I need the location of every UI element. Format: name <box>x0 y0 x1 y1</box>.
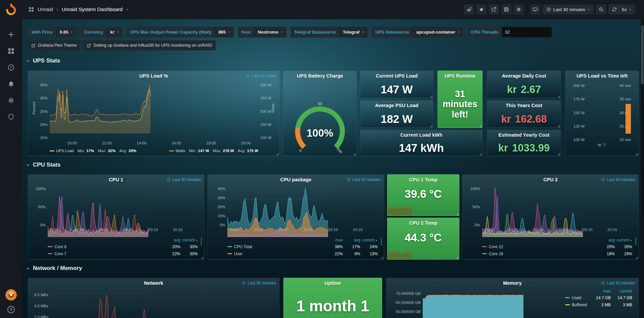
legend-sort-avg[interactable]: avg <box>163 238 180 242</box>
dashboard-link[interactable]: Setting up Grafana and InfluxDB for UPS … <box>83 40 216 50</box>
help-button[interactable]: ? <box>7 306 15 313</box>
variable-value-dropdown[interactable]: apcupsd-container▼ <box>413 27 463 37</box>
save-dashboard-button[interactable] <box>501 4 511 14</box>
section-ups-stats[interactable]: UPS Stats <box>26 57 60 64</box>
legend-sort-max[interactable]: max <box>589 289 611 293</box>
axis-tick: 30% <box>40 96 48 100</box>
chevron-down-icon <box>26 266 31 271</box>
variable-value-dropdown[interactable]: kr▼ <box>106 27 122 37</box>
panel-title[interactable]: Uptime <box>284 278 382 288</box>
axis-tick: 16:00 <box>172 141 181 146</box>
gear-icon <box>516 7 521 12</box>
panel-title[interactable]: UPS Load % <box>28 71 279 81</box>
panel-title[interactable]: UPS Battery Charge <box>284 71 356 81</box>
series-toggle[interactable]: Core 7 <box>48 252 163 256</box>
dashboard-link[interactable]: Grafana Plex Theme <box>28 40 80 50</box>
series-toggle[interactable]: Core 16 <box>482 252 597 256</box>
scrollbar-thumb[interactable] <box>641 25 644 84</box>
series-toggle[interactable]: User <box>227 252 325 256</box>
legend-value: 35% <box>615 244 632 249</box>
refresh-icon <box>612 7 617 12</box>
variable-ups-datasource: UPS Datasourceapcupsd-container▼ <box>372 27 464 38</box>
panel-title[interactable]: Estimated Yearly Cost <box>488 130 560 140</box>
panel-title[interactable]: CPU 1 Temp <box>387 175 459 185</box>
add-panel-button[interactable] <box>464 4 474 14</box>
variable-value-dropdown[interactable]: Nostromo▼ <box>254 27 286 37</box>
panel-title[interactable]: UPS Load vs Time left <box>566 71 638 81</box>
variable-input[interactable] <box>502 27 552 37</box>
series-toggle[interactable]: Used <box>565 296 589 300</box>
add-panel-icon <box>466 7 472 12</box>
panel-title[interactable]: Current UPS Load <box>361 71 433 81</box>
explore-compass-icon[interactable] <box>7 64 15 71</box>
series-toggle[interactable]: Watts <box>176 149 185 153</box>
dashboards-grid-icon[interactable] <box>28 6 34 12</box>
panel-title[interactable]: Network <box>28 278 279 288</box>
panel-this-years-cost: This Years Cost kr162.68 <box>487 100 561 128</box>
axis-tick: 150 W <box>573 111 585 115</box>
legend-scrollbar[interactable] <box>380 236 382 257</box>
variable-value-dropdown[interactable]: 865▼ <box>215 27 234 37</box>
legend-sort-current[interactable]: current▼ <box>180 238 198 242</box>
axis-tick: 100% <box>470 187 480 191</box>
ups-load-chart[interactable] <box>50 83 150 133</box>
panel-title[interactable]: Current Load kWh <box>361 130 482 140</box>
section-title: UPS Stats <box>33 57 60 64</box>
breadcrumb-dashboard[interactable]: Unraid System Dashboard <box>62 6 123 12</box>
variable-value-dropdown[interactable]: 0.65▼ <box>56 27 76 37</box>
user-avatar[interactable] <box>5 289 17 301</box>
legend-sort-avg[interactable]: avg <box>343 238 360 242</box>
axis-tick: 19:55 <box>509 228 518 233</box>
dashboards-icon[interactable] <box>7 47 15 55</box>
series-toggle[interactable]: CPU Total <box>227 244 325 249</box>
legend-sort-current[interactable]: current▼ <box>360 238 378 242</box>
panel-title[interactable]: Average PSU Load <box>361 100 433 110</box>
grafana-logo[interactable] <box>4 3 18 16</box>
legend-sort-max[interactable]: max <box>325 238 343 242</box>
legend-scrollbar[interactable] <box>635 236 637 257</box>
variable-value-dropdown[interactable]: Telegraf▼ <box>339 27 368 37</box>
breadcrumb-folder[interactable]: Unraid <box>38 6 53 12</box>
legend-sort-current[interactable]: current▼ <box>615 238 632 242</box>
zoom-out-button[interactable] <box>596 4 606 14</box>
section-network-memory[interactable]: Network / Memory <box>26 265 82 272</box>
panel-title[interactable]: Average Daily Cost <box>488 71 560 81</box>
ups-vs-time-chart[interactable] <box>586 84 644 134</box>
server-admin-shield-icon[interactable] <box>7 113 15 121</box>
configuration-gear-icon[interactable] <box>7 97 15 104</box>
axis-tick: 0% <box>474 223 480 227</box>
series-color-dash <box>227 253 232 254</box>
legend-sort-current[interactable]: current <box>611 289 632 293</box>
series-toggle[interactable]: Core 6 <box>48 244 163 249</box>
share-dashboard-button[interactable] <box>489 4 499 14</box>
alerting-bell-icon[interactable] <box>7 80 15 88</box>
series-toggle[interactable]: Core 22 <box>482 244 597 249</box>
dashboard-settings-button[interactable] <box>514 4 524 14</box>
legend-scrollbar[interactable] <box>200 236 202 257</box>
series-toggle[interactable]: Buffered <box>565 303 589 307</box>
panel-title[interactable]: UPS Runtime <box>438 71 482 81</box>
zoom-out-icon <box>598 7 604 12</box>
star-dashboard-button[interactable] <box>476 4 487 14</box>
clock-icon <box>246 74 250 78</box>
panel-ups-load: UPS Load % Last 12 hours Percent Watts 3… <box>28 71 279 156</box>
series-toggle[interactable]: UPS Load <box>56 149 74 153</box>
create-icon[interactable] <box>7 31 15 38</box>
cycle-view-button[interactable] <box>530 4 540 14</box>
network-chart[interactable] <box>50 290 151 318</box>
panel-title[interactable]: CPU 2 Temp <box>387 218 459 228</box>
panel-title[interactable]: Memory <box>386 278 638 288</box>
time-range-picker[interactable]: Last 30 minutes ▼ <box>543 4 594 14</box>
x-axis: WT <box>586 143 618 148</box>
legend-value: 17% <box>343 244 360 249</box>
axis-tick: 250 W <box>260 96 271 100</box>
refresh-button[interactable]: 5s ▼ <box>608 4 635 14</box>
memory-chart[interactable] <box>423 290 523 318</box>
axis-tick: 125 W <box>573 124 585 128</box>
axis-tick: 15% <box>40 136 48 140</box>
stat-value: 147 kWh <box>361 140 482 156</box>
breadcrumb-caret-icon[interactable]: ▼ <box>126 8 128 11</box>
legend-sort-avg[interactable]: avg <box>597 238 615 242</box>
section-cpu-stats[interactable]: CPU Stats <box>26 162 60 168</box>
panel-title[interactable]: This Years Cost <box>488 100 560 110</box>
